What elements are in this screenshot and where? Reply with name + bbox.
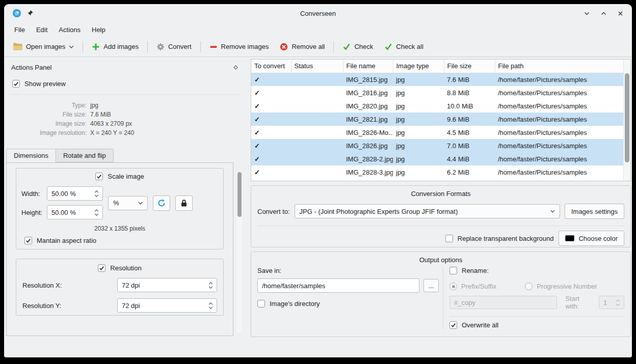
table-row[interactable]: ✓ IMG_2828-3.jpg jpg 6.2 MiB /home/faste… <box>251 165 623 179</box>
cell-to-convert[interactable]: ✓ <box>251 152 291 165</box>
check-icon <box>342 43 351 50</box>
table-row[interactable]: ✓ IMG_2821.jpg jpg 9.6 MiB /home/faster/… <box>251 113 623 126</box>
open-images-button[interactable]: Open images <box>8 39 79 54</box>
remove-images-button[interactable]: Remove images <box>204 39 274 54</box>
convert-button[interactable]: Convert <box>151 39 197 54</box>
panel-scrollbar[interactable] <box>236 171 242 333</box>
menu-actions[interactable]: Actions <box>54 24 86 35</box>
width-spinbox[interactable]: 50.00 % <box>47 186 103 201</box>
divider <box>8 94 242 95</box>
col-image-type[interactable]: Image type <box>393 60 444 73</box>
spin-arrows[interactable] <box>207 302 214 309</box>
row-check-icon[interactable]: ✓ <box>254 89 260 97</box>
lock-aspect-button[interactable] <box>175 195 193 211</box>
choose-color-button[interactable]: Choose color <box>559 231 624 246</box>
cell-to-convert[interactable]: ✓ <box>251 165 291 179</box>
minimize-button[interactable] <box>584 10 590 17</box>
replace-transparent-background-checkbox[interactable]: Replace transparent background <box>445 235 554 242</box>
info-type-label: Type: <box>5 102 87 109</box>
close-button[interactable] <box>617 10 624 17</box>
cell-to-convert[interactable]: ✓ <box>251 126 291 139</box>
chevron-up-icon <box>94 190 99 193</box>
unit-combo[interactable]: % <box>108 196 148 210</box>
check-all-button[interactable]: Check all <box>379 39 428 54</box>
titlebar[interactable]: Converseen <box>4 4 632 22</box>
row-check-icon[interactable]: ✓ <box>254 169 260 176</box>
cell-status <box>291 126 343 139</box>
table-row[interactable]: ✓ IMG_2826.jpg jpg 7.0 MiB /home/faster/… <box>251 139 623 152</box>
chevron-up-icon <box>208 282 213 285</box>
table-row[interactable]: ✓ IMG_2815.jpg jpg 7.6 MiB /home/faster/… <box>251 73 623 86</box>
resolution-y-spinbox[interactable]: 72 dpi <box>117 298 217 313</box>
chevron-down-icon <box>208 286 213 289</box>
table-row[interactable]: ✓ IMG_2820.jpg jpg 10.0 MiB /home/faster… <box>251 99 623 113</box>
start-with-value: 1 <box>603 299 615 306</box>
table-row[interactable]: ✓ IMG_2828-2.jpg jpg 4.4 MiB /home/faste… <box>251 152 623 165</box>
maintain-aspect-ratio-checkbox[interactable]: Mantain aspect ratio <box>24 237 96 244</box>
cell-to-convert[interactable]: ✓ <box>251 113 291 126</box>
resolution-group: Resolution Resolution X: 72 dpi <box>16 259 224 316</box>
panel-scrollbar-thumb[interactable] <box>237 172 242 217</box>
resolution-y-value: 72 dpi <box>122 302 207 310</box>
refresh-dimensions-button[interactable] <box>153 195 170 211</box>
spin-arrows[interactable] <box>93 190 100 197</box>
cell-file-path: /home/faster/Pictures/samples <box>495 165 623 179</box>
cell-to-convert[interactable]: ✓ <box>251 99 291 113</box>
float-panel-icon[interactable] <box>233 65 238 70</box>
cell-to-convert[interactable]: ✓ <box>251 139 291 152</box>
cell-file-name: IMG_2816.jpg <box>343 86 393 99</box>
resolution-checkbox[interactable]: Resolution <box>98 264 141 272</box>
browse-button[interactable]: ... <box>423 279 439 292</box>
pin-icon[interactable] <box>26 10 34 17</box>
col-to-convert[interactable]: To convert <box>251 60 291 73</box>
tab-dimensions[interactable]: Dimensions <box>6 149 56 162</box>
table-row[interactable]: ✓ IMG_2816.jpg jpg 8.8 MiB /home/faster/… <box>251 86 623 99</box>
images-settings-button[interactable]: Images settings <box>565 204 624 219</box>
cell-image-type: jpg <box>393 113 444 126</box>
cell-to-convert[interactable]: ✓ <box>251 73 291 86</box>
save-path-input[interactable] <box>257 278 419 293</box>
output-options-group: Output options Save in: ... <box>251 251 631 337</box>
row-check-icon[interactable]: ✓ <box>254 102 260 110</box>
resolution-y-label: Resolution Y: <box>22 302 61 310</box>
check-button[interactable]: Check <box>337 39 378 54</box>
row-check-icon[interactable]: ✓ <box>254 129 260 136</box>
overwrite-all-checkbox[interactable]: Overwrite all <box>449 321 498 329</box>
resolution-x-spinbox[interactable]: 72 dpi <box>117 278 217 292</box>
menu-file[interactable]: File <box>9 24 30 35</box>
cell-to-convert[interactable]: ✓ <box>251 86 291 99</box>
rename-checkbox[interactable]: Rename: <box>449 267 489 274</box>
divider <box>443 268 443 329</box>
table-scrollbar[interactable] <box>623 60 630 181</box>
format-combo[interactable]: JPG - (Joint Photographic Experts Group … <box>295 204 560 218</box>
chevron-up-icon <box>616 299 620 302</box>
col-file-size[interactable]: File size <box>444 60 495 73</box>
table-row[interactable]: ✓ IMG_2826-Mo... jpg 4.5 MiB /home/faste… <box>251 126 623 139</box>
cell-status <box>291 165 343 179</box>
scale-image-checkbox[interactable]: Scale image <box>95 173 144 180</box>
col-status[interactable]: Status <box>291 60 343 73</box>
table-scrollbar-thumb[interactable] <box>625 73 629 162</box>
row-check-icon[interactable]: ✓ <box>254 76 260 83</box>
col-file-path[interactable]: File path <box>495 60 623 73</box>
spin-arrows[interactable] <box>207 282 214 289</box>
add-images-button[interactable]: Add images <box>87 39 144 54</box>
images-directory-checkbox[interactable]: Image's directory <box>257 300 320 307</box>
row-check-icon[interactable]: ✓ <box>254 155 260 163</box>
color-swatch <box>565 235 574 241</box>
show-preview-checkbox[interactable]: Show preview <box>12 80 66 88</box>
height-spinbox[interactable]: 50.00 % <box>47 205 103 219</box>
menu-edit[interactable]: Edit <box>31 24 52 35</box>
chevron-down-icon <box>208 306 213 309</box>
row-check-icon[interactable]: ✓ <box>254 116 260 123</box>
output-options-title: Output options <box>257 256 624 264</box>
spin-arrows[interactable] <box>93 209 100 216</box>
menu-help[interactable]: Help <box>87 24 111 35</box>
cell-file-size: 7.6 MiB <box>444 73 495 86</box>
cell-file-size: 10.0 MiB <box>444 99 495 113</box>
tab-rotate-and-flip[interactable]: Rotate and flip <box>56 149 114 162</box>
col-file-name[interactable]: File name <box>343 60 393 73</box>
remove-all-button[interactable]: Remove all <box>275 39 330 54</box>
row-check-icon[interactable]: ✓ <box>254 142 260 150</box>
maximize-button[interactable] <box>600 10 607 17</box>
